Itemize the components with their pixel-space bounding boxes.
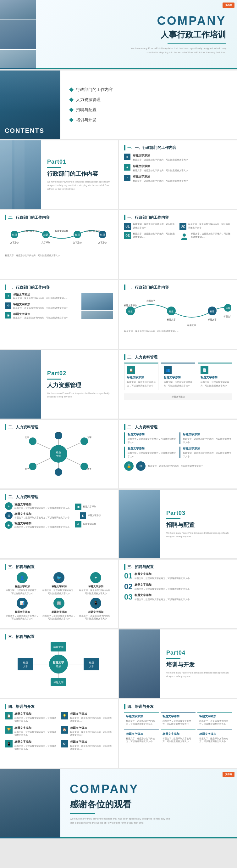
hr2-header-bar [5,424,6,430]
closing-cn-title: 感谢各位的观看 [70,799,228,810]
admin3-text-4: 标题文字，这是添加文字的地方，可以随意调整文字大小 [191,232,232,239]
r2-text-3: 标题文字添加 标题文字，这是添加文字的地方，可以随意调整文字大小 [135,593,190,601]
svg-text:文字: 文字 [25,468,29,470]
t2-b5-text: 标题文字，这是添加文字的地方，可以随意调整文字大小 [163,737,193,743]
r2-item-2: 02 标题文字添加 标题文字，这是添加文字的地方，可以随意调整文字大小 [124,583,232,591]
closing-photo-overlay [0,769,60,838]
t1-text-4: 标题文字添加 标题文字，这是添加文字的地方，可以随意调整文字大小 [70,726,113,737]
r1-icon-2: 🐦 [54,572,64,583]
header-bar-4 [5,284,6,290]
hr3-d1: 标题文字，这是添加文字的地方，可以随意调整文字大小 [128,437,177,444]
admin3-grid: 01 标题文字，这是添加文字的地方，可以随意调整文字大小 02 标题文字，这是添… [124,223,232,242]
r1-grid: 👤 标题文字添加 标题文字，这是添加文字的地方，可以随意调整文字大小 🐦 标题文… [5,572,113,620]
admin-text-block-3: 标题文字添加 标题文字，这是添加文字的地方，可以随意调整文字大小 [133,175,188,183]
hr4-item-row-2: ⊞ 标题文字添加 标题文字，这是添加文字的地方，可以随意调整文字大小 [5,512,73,519]
contents-item-3: 招聘与配置 [70,107,228,113]
hr4-title: 二、人力资料管理 [8,494,38,500]
hr4-ri-3: ⊕ 标题文字添加 [75,521,113,527]
row-admin-45: 一、行政部门的工作内容 ✦ 标题文字添加 标题文字，这是添加文字的地方，可以随意… [0,280,237,349]
logo-badge: 演界网 [223,2,235,8]
hr3-t1: 标题文字添加 [128,432,177,436]
contents-item-2: 人力资源管理 [70,97,228,102]
contents-text-3: 招聘与配置 [76,107,97,113]
svg-point-15 [182,234,186,237]
closing-bar [70,813,95,814]
hr4-icon-1: ✦ [5,502,12,510]
r2-item-3: 03 标题文字添加 标题文字，这是添加文字的地方，可以随意调整文字大小 [124,593,232,601]
cover-content: COMPANY 人事行政工作培训 We have many Pow erPoin… [36,0,237,69]
svg-rect-61 [83,658,99,670]
hr3-t4: 标题文字添加 [183,446,232,451]
r1-label-2: 标题文字添加 [42,585,76,588]
t2-box-4: 标题文字添加 标题文字，这是添加文字的地方，可以随意调整文字大小 [124,730,159,745]
t1-item-3: 🏆 标题文字添加 标题文字，这是添加文字的地方，可以随意调整文字大小 [5,726,58,737]
t1-icon-4: 🏠 [61,726,68,734]
r2-d2: 标题文字，这是添加文字的地方，可以随意调整文字大小 [135,588,190,591]
svg-text:标题文字: 标题文字 [207,318,216,321]
t1-t2: 标题文字添加 [70,712,113,716]
admin4-title: 一、行政部门的工作内容 [8,285,50,290]
admin4-right [81,293,113,319]
hr4-ri-icon-1: ▣ [75,503,81,510]
admin-item-title-2: 标题文字添加 [133,164,188,168]
t1-text-6: 标题文字添加 标题文字，这是添加文字的地方，可以随意调整文字大小 [70,740,113,751]
r1-label-1: 标题文字添加 [5,585,39,588]
zigzag-svg: 标题 标题 标题 标题 文字添加 标题文字添加 文字添加 标题文字添加 文字添加… [5,225,112,250]
hr4-ri-icon-3: ⊕ [75,521,81,527]
svg-rect-58 [18,658,33,670]
admin4-icon-1: ✦ [5,293,11,299]
r2-d1: 标题文字，这是添加文字的地方，可以随意调整文字大小 [135,577,190,580]
admin3-text-1: 标题文字，这是添加文字的地方，可以随意调整文字大小 [133,223,177,229]
slide-admin-5: 一、行政部门的工作内容 标题 标题 标题 标题 标题文字添加 标题文字 标题文字 [119,280,237,349]
hr3-d3: 标题文字，这是添加文字的地方，可以随意调整文字大小 [128,452,177,458]
slide-training-2: 四、培训与开发 标题文字添加 标题文字，这是添加文字的地方，可以随意调整文字大小… [119,699,237,768]
svg-text:标题文字: 标题文字 [53,681,64,684]
r1-label-5: 标题文字添加 [42,610,76,614]
r1-grid-6: 📱 标题文字添加 标题文字，这是添加文字的地方，可以随意调整文字大小 [78,598,113,621]
r1-desc-4: 标题文字，这是添加文字的地方，可以随意调整文字大小 [5,614,39,621]
svg-text:文字: 文字 [56,455,61,458]
hr4-header: 二、人力资料管理 [5,494,113,500]
hr3-icons-row: 🔒 ⚙ 标题文字，这是添加文字的地方，可以随意调整文字大小 [124,461,232,471]
hr4-d3: 标题文字，这是添加文字的地方，可以随意调整文字大小 [14,526,69,529]
svg-text:文字添加: 文字添加 [98,241,107,244]
part02-photo [0,350,41,418]
admin-header: 一、 一、行政部门的工作内容 [124,145,232,150]
svg-point-40 [29,437,36,445]
admin3-item-4: 标题文字，这是添加文字的地方，可以随意调整文字大小 [179,232,232,242]
admin-list-item-1: ⊞ 标题文字添加 标题文字，这是添加文字的地方，可以随意调整文字大小 [124,154,232,162]
admin-item-text-3: 标题文字，这是添加文字的地方，可以随意调整文字大小 [133,179,188,183]
curved-flow-svg: 标题 标题 标题 标题 标题文字添加 标题文字 标题文字 标题文字 标题文字 标… [124,292,231,330]
t2-box-5: 标题文字添加 标题文字，这是添加文字的地方，可以随意调整文字大小 [161,730,195,745]
svg-line-37 [67,458,80,465]
contents-item-4: 培训与开发 [70,117,228,123]
hr1-footer: 标题文字添加 [124,394,232,400]
row-hr-23: 二、人力资料管理 标题 文字 [0,420,237,489]
svg-text:标题文字: 标题文字 [53,646,64,649]
part02-content: Part02 人力资源管理 We have many Pow erPoint t… [41,350,118,418]
part02-subtitle: We have many Pow erPoint templates that … [47,392,111,398]
part03-photo [119,490,160,558]
r3-header: 三、招聘与配置 [5,634,113,640]
t1-title: 四、培训与开发 [8,704,35,709]
hr3-icon-a: 🔒 [124,461,134,471]
hub-svg: 标题 文字 文字 文字 文字 文字 [5,432,112,476]
t2-b4-title: 标题文字添加 [126,732,157,736]
hr2-header: 二、人力资料管理 [5,424,113,430]
header-bar [124,145,126,150]
slide-hr-4: 二、人力资料管理 ✦ 标题文字添加 标题文字，这是添加文字的地方，可以随意调整文… [0,490,118,558]
r1-desc-1: 标题文字，这是添加文字的地方，可以随意调整文字大小 [5,589,39,595]
hr3-header-bar [124,424,126,430]
admin-list-item-3: ✓ 标题文字添加 标题文字，这是添加文字的地方，可以随意调整文字大小 [124,175,232,183]
slide-cover: COMPANY 人事行政工作培训 We have many Pow erPoin… [0,0,237,69]
slide-closing: COMPANY 感谢各位的观看 We have many Pow erPoint… [0,769,237,838]
svg-point-30 [50,445,67,463]
r2-header: 三、招聘与配置 [124,564,232,570]
admin-icon-2: ◈ [124,164,130,170]
admin4-item-1: ✦ 标题文字添加 标题文字，这是添加文字的地方，可以随意调整文字大小 [5,293,79,300]
slide-admin-2: 二、 行政部门的工作内容 标题 标题 标题 标题 文字添加 标题文字添加 文字添… [0,210,118,279]
t1-item-6: ⚙ 标题文字添加 标题文字，这是添加文字的地方，可以随意调整文字大小 [61,740,113,751]
t1-icon-6: ⚙ [61,740,68,747]
t2-header: 四、培训与开发 [124,704,232,709]
r1-grid-4: 📊 标题文字添加 标题文字，这是添加文字的地方，可以随意调整文字大小 [5,598,39,621]
